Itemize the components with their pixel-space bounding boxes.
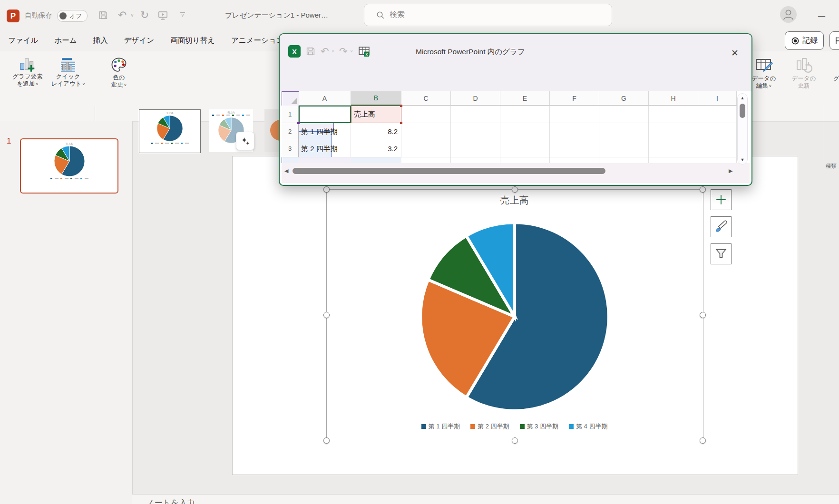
chart-style-1-selected[interactable]: 売上高: [139, 109, 201, 153]
legend-item-q2[interactable]: 第 2 四半期: [470, 422, 509, 431]
chevron-down-icon: ˅: [769, 84, 771, 88]
chart-title[interactable]: 売上高: [326, 194, 702, 207]
funnel-icon: [714, 247, 728, 261]
resize-handle-top-middle[interactable]: [512, 186, 518, 193]
customize-toolbar-icon[interactable]: ˅: [177, 10, 188, 21]
scroll-down-icon[interactable]: ▼: [738, 157, 747, 162]
cell-A1-active[interactable]: [299, 106, 351, 123]
tab-file[interactable]: ファイル: [0, 29, 46, 51]
thumbnail-mini-legend: [21, 178, 117, 179]
cell-row4-partial[interactable]: [351, 157, 401, 163]
save-icon[interactable]: [305, 46, 316, 57]
legend-item-q4[interactable]: 第 4 四半期: [569, 422, 607, 431]
range-handle-red-bottom[interactable]: [400, 122, 402, 124]
close-icon[interactable]: ✕: [726, 44, 744, 62]
undo-dropdown-icon[interactable]: ˅: [332, 49, 334, 54]
chart-styles-button[interactable]: [711, 216, 732, 237]
chart-elements-button[interactable]: [711, 189, 732, 210]
document-title: プレゼンテーション1 - Power…: [225, 10, 328, 20]
autosave-toggle[interactable]: オフ: [57, 10, 88, 22]
row-header-1[interactable]: 1: [282, 106, 299, 123]
tab-insert[interactable]: 挿入: [85, 29, 116, 51]
cell-A3[interactable]: 第 2 四半期: [301, 140, 350, 157]
edit-in-excel-icon[interactable]: x: [358, 45, 371, 58]
legend-item-q1[interactable]: 第 1 四半期: [421, 422, 460, 431]
resize-handle-bottom-left[interactable]: [323, 437, 330, 444]
chart-data-dialog[interactable]: X ↶ ˅ ↷ ˅ x Microsoft PowerPoint 内のグラフ ✕: [279, 33, 752, 186]
column-header-I[interactable]: I: [698, 91, 737, 106]
flag-icon: [834, 36, 839, 45]
dialog-title-bar[interactable]: X ↶ ˅ ↷ ˅ x Microsoft PowerPoint 内のグラフ ✕: [280, 34, 751, 91]
scroll-up-icon[interactable]: ▲: [738, 96, 747, 100]
resize-handle-middle-right[interactable]: [700, 312, 706, 318]
style-2-mini-legend: [209, 115, 253, 116]
notes-pane[interactable]: ノートを入力: [132, 494, 839, 504]
scroll-right-icon[interactable]: ▶: [729, 168, 732, 174]
add-chart-element-button[interactable]: グラフ要素 を追加˅: [9, 56, 47, 88]
powerpoint-window: P 自動保存 オフ ↶ ˅ ↻ ˅ プレゼンテーション1 - Power… 検索…: [0, 0, 839, 504]
horizontal-scrollbar-thumb[interactable]: [293, 168, 605, 174]
column-header-B[interactable]: B: [351, 91, 401, 106]
redo-icon[interactable]: ↷: [339, 46, 348, 57]
column-header-C[interactable]: C: [401, 91, 451, 106]
cell-B2[interactable]: 8.2: [353, 123, 398, 140]
chart-style-3-partial[interactable]: [264, 109, 279, 152]
record-button[interactable]: 記録: [785, 31, 824, 50]
thumbnail-pie-icon: [54, 145, 85, 177]
type-group-label: 種類: [826, 163, 839, 170]
chart-filters-button[interactable]: [711, 243, 732, 264]
resize-handle-top-left[interactable]: [323, 186, 330, 193]
column-header-H[interactable]: H: [649, 91, 698, 106]
column-header-E[interactable]: E: [500, 91, 550, 106]
legend-item-q3[interactable]: 第 3 四半期: [520, 422, 558, 431]
excel-logo-icon: X: [288, 45, 301, 58]
column-header-D[interactable]: D: [451, 91, 500, 106]
change-chart-type-button[interactable]: グラフの種類 の変更: [828, 56, 839, 89]
scroll-left-icon[interactable]: ◀: [284, 168, 288, 174]
range-handle-purple[interactable]: [297, 122, 300, 124]
quick-layout-button[interactable]: クイック レイアウト˅: [48, 56, 88, 88]
column-header-A[interactable]: A: [299, 91, 351, 106]
dialog-title: Microsoft PowerPoint 内のグラフ: [416, 47, 525, 57]
column-header-F[interactable]: F: [550, 91, 599, 106]
pie-chart[interactable]: [418, 220, 612, 414]
spreadsheet[interactable]: 売上高 第 1 四半期 8.2 第 2 四半期 3.2 ABCDEFGHI123: [282, 91, 737, 163]
select-all-corner[interactable]: [282, 91, 299, 106]
save-icon[interactable]: [98, 10, 109, 21]
start-presentation-icon[interactable]: [157, 10, 168, 21]
cell-B1[interactable]: 売上高: [351, 106, 401, 123]
resize-handle-middle-left[interactable]: [323, 312, 330, 318]
resize-handle-bottom-middle[interactable]: [512, 437, 518, 444]
designer-button[interactable]: [236, 132, 254, 150]
cell-B3[interactable]: 3.2: [353, 140, 398, 157]
cell-row4-partial[interactable]: [299, 157, 351, 163]
comments-button[interactable]: [829, 31, 839, 50]
vertical-scrollbar-thumb[interactable]: [740, 104, 745, 118]
slide-thumbnail-selected[interactable]: 売上高: [20, 138, 118, 194]
row-header-3[interactable]: 3: [282, 140, 299, 157]
range-handle-red-top[interactable]: [400, 105, 402, 107]
svg-text:x: x: [365, 51, 368, 56]
row-header-2[interactable]: 2: [282, 123, 299, 140]
chart-legend[interactable]: 第 1 四半期 第 2 四半期 第 3 四半期 第 4 四半期: [326, 422, 702, 431]
column-header-G[interactable]: G: [599, 91, 649, 106]
undo-icon[interactable]: ↶: [321, 46, 329, 57]
search-input[interactable]: 検索: [364, 4, 612, 26]
tab-home[interactable]: ホーム: [46, 29, 85, 51]
undo-icon[interactable]: ↶: [117, 10, 128, 21]
notes-placeholder[interactable]: ノートを入力: [146, 497, 839, 504]
change-colors-button[interactable]: 色の 変更˅: [104, 56, 134, 89]
tab-design[interactable]: デザイン: [116, 29, 162, 51]
redo-icon[interactable]: ↻: [139, 10, 150, 21]
add-chart-element-icon: [19, 56, 36, 73]
resize-handle-top-right[interactable]: [700, 186, 706, 193]
tab-transitions[interactable]: 画面切り替え: [162, 29, 223, 51]
powerpoint-logo-icon[interactable]: P: [7, 10, 20, 22]
resize-handle-bottom-right[interactable]: [700, 437, 706, 444]
undo-dropdown-icon[interactable]: ˅: [129, 10, 135, 21]
account-avatar[interactable]: [780, 6, 797, 23]
vertical-scrollbar[interactable]: ▲ ▼: [737, 93, 748, 165]
redo-dropdown-icon[interactable]: ˅: [350, 49, 352, 54]
cell-A2[interactable]: 第 1 四半期: [301, 123, 350, 140]
minimize-button[interactable]: —: [818, 13, 826, 18]
